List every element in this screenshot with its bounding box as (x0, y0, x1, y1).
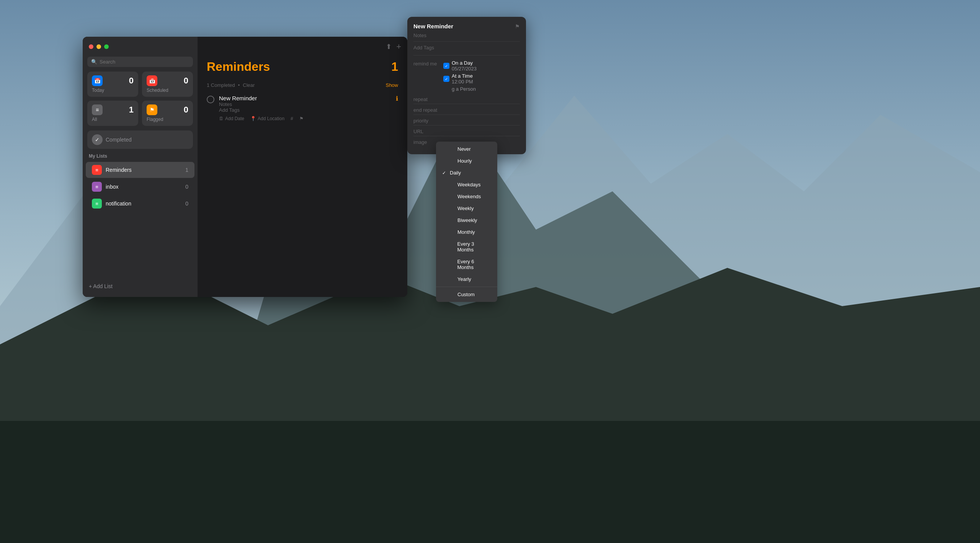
dropdown-weekly[interactable]: Weekly (436, 202, 497, 214)
yearly-label: Yearly (457, 276, 471, 282)
today-icon: 📅 (92, 75, 103, 86)
weekdays-label: Weekdays (457, 182, 480, 188)
remind-me-label: remind me (413, 60, 440, 67)
completed-dot: • (238, 82, 240, 88)
all-label: All (92, 117, 134, 122)
completed-icon: ✓ (92, 134, 103, 145)
all-count: 1 (129, 105, 134, 115)
add-list-button[interactable]: + Add List (83, 280, 198, 292)
dropdown-biweekly[interactable]: Biweekly (436, 214, 497, 226)
every3months-label: Every 3 Months (457, 241, 491, 253)
at-a-time-checkbox[interactable]: ✓ (443, 76, 449, 82)
add-tag-button[interactable]: # (291, 116, 293, 121)
on-a-day-checkbox[interactable]: ✓ (443, 63, 449, 69)
reminder-item[interactable]: New Reminder Notes Add Tags 🗓 Add Date 📍… (198, 90, 407, 126)
on-a-day-label: On a Day (452, 60, 477, 66)
search-bar[interactable]: 🔍 (87, 57, 193, 67)
flag-button[interactable]: ⚑ (299, 116, 304, 121)
notifying-person-text: g a Person (452, 86, 476, 92)
smart-list-flagged[interactable]: ⚑ 0 Flagged (142, 101, 193, 126)
today-count: 0 (129, 76, 134, 86)
image-label: image (413, 139, 427, 145)
share-button[interactable]: ⬆ (386, 42, 392, 51)
inbox-list-icon: ≡ (92, 182, 102, 192)
show-button[interactable]: Show (385, 82, 398, 88)
url-label: URL (413, 129, 423, 134)
scheduled-icon: 📅 (147, 75, 157, 86)
priority-row[interactable]: priority (413, 116, 520, 126)
list-item-inbox[interactable]: ≡ inbox 0 (86, 179, 194, 195)
dropdown-never[interactable]: Never (436, 143, 497, 155)
end-repeat-row[interactable]: end repeat (413, 106, 520, 115)
repeat-row[interactable]: repeat (413, 95, 520, 104)
dropdown-yearly[interactable]: Yearly (436, 273, 497, 285)
maximize-button[interactable] (104, 44, 109, 49)
dropdown-weekends[interactable]: Weekends (436, 191, 497, 202)
biweekly-label: Biweekly (457, 217, 477, 223)
dropdown-every3months[interactable]: Every 3 Months (436, 238, 497, 256)
dropdown-divider (436, 287, 497, 287)
dropdown-every6months[interactable]: Every 6 Months (436, 256, 497, 273)
never-label: Never (457, 146, 471, 152)
smart-list-all[interactable]: ≡ 1 All (87, 101, 138, 126)
at-a-time-label: At a Time (452, 73, 473, 79)
dropdown-custom[interactable]: Custom (436, 289, 497, 300)
custom-label: Custom (457, 292, 475, 297)
reminder-body: New Reminder Notes Add Tags 🗓 Add Date 📍… (219, 95, 391, 121)
hourly-label: Hourly (457, 158, 472, 164)
add-date-button[interactable]: 🗓 Add Date (219, 116, 244, 121)
reminder-info-button[interactable]: ℹ (396, 95, 398, 102)
notifying-person-option[interactable]: g a Person (443, 86, 477, 92)
smart-list-today[interactable]: 📅 0 Today (87, 72, 138, 97)
search-icon: 🔍 (91, 59, 97, 65)
smart-lists-grid: 📅 0 Today 📅 0 Scheduled ≡ 1 All (83, 72, 198, 130)
remind-options: ✓ On a Day 05/27/2023 ✓ At a Time 12:00 … (443, 60, 477, 92)
calendar-icon: 🗓 (219, 116, 224, 121)
dropdown-monthly[interactable]: Monthly (436, 226, 497, 238)
completed-label: Completed (106, 137, 132, 143)
reminder-name: New Reminder (219, 95, 391, 101)
add-location-button[interactable]: 📍 Add Location (250, 116, 284, 121)
reminders-title: Reminders (207, 60, 270, 74)
at-a-time-time: 12:00 PM (452, 79, 473, 85)
reminders-list-count: 1 (185, 167, 188, 173)
clear-button[interactable]: Clear (243, 82, 255, 88)
monthly-label: Monthly (457, 229, 475, 235)
panel-flag-icon[interactable]: ⚑ (515, 23, 520, 29)
panel-add-tags[interactable]: Add Tags (413, 45, 520, 55)
panel-header: New Reminder ⚑ (413, 23, 520, 29)
on-a-day-option[interactable]: ✓ On a Day 05/27/2023 (443, 60, 477, 72)
tag-icon: # (291, 116, 293, 121)
completed-bar: 1 Completed • Clear Show (198, 80, 407, 90)
at-a-time-option[interactable]: ✓ At a Time 12:00 PM (443, 73, 477, 85)
my-lists-title: My Lists (83, 153, 198, 162)
all-icon: ≡ (92, 104, 103, 115)
smart-list-scheduled[interactable]: 📅 0 Scheduled (142, 72, 193, 97)
daily-label: Daily (450, 170, 461, 176)
on-a-day-date: 05/27/2023 (452, 66, 477, 72)
completed-card[interactable]: ✓ Completed (87, 130, 193, 149)
list-item-notification[interactable]: ≡ notification 0 (86, 196, 194, 212)
reminder-tags: Add Tags (219, 107, 391, 113)
url-row[interactable]: URL (413, 127, 520, 136)
search-input[interactable] (100, 59, 189, 65)
panel-notes-field[interactable]: Notes (413, 33, 520, 42)
dropdown-daily[interactable]: Daily (436, 167, 497, 179)
repeat-dropdown: Never Hourly Daily Weekdays Weekends Wee… (436, 142, 497, 302)
dropdown-weekdays[interactable]: Weekdays (436, 179, 497, 191)
add-reminder-button[interactable]: + (396, 42, 401, 52)
repeat-label: repeat (413, 96, 428, 102)
every6months-label: Every 6 Months (457, 259, 491, 270)
minimize-button[interactable] (96, 44, 101, 49)
inbox-list-count: 0 (185, 184, 188, 190)
list-item-reminders[interactable]: ≡ Reminders 1 (86, 162, 194, 178)
reminder-checkbox[interactable] (207, 96, 214, 103)
flag-reminder-icon: ⚑ (299, 116, 304, 121)
flagged-count: 0 (184, 105, 188, 115)
add-location-label: Add Location (258, 116, 284, 121)
dropdown-hourly[interactable]: Hourly (436, 155, 497, 167)
app-window: 🔍 📅 0 Today 📅 0 Scheduled (83, 37, 407, 297)
main-toolbar: ⬆ + (198, 37, 407, 57)
reminder-actions: 🗓 Add Date 📍 Add Location # ⚑ (219, 116, 391, 121)
close-button[interactable] (89, 44, 93, 49)
